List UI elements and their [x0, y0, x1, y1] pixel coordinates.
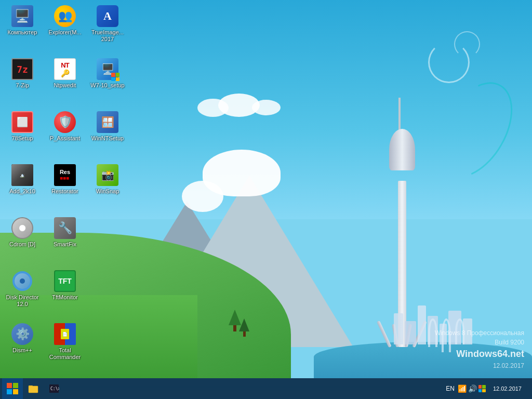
cloud — [197, 94, 281, 117]
icon-passist[interactable]: 🛡️ P_Assistant — [45, 109, 85, 161]
network-icon: 📶 — [458, 384, 467, 393]
icon-komputer-label: Компьютер — [8, 29, 37, 36]
watermark-date: 12.02.2017 — [435, 361, 524, 370]
icon-7zip[interactable]: 7z 7-Zip — [3, 56, 42, 108]
language-indicator: EN — [446, 385, 455, 392]
icon-passist-label: P_Assistant — [50, 135, 80, 142]
icon-tftmonitor[interactable]: TFT TftMonitor — [45, 268, 85, 320]
icon-78setup[interactable]: ⬜ 78Setup — [3, 109, 42, 161]
icon-cdrom-label: Cdrom [D] — [9, 241, 35, 248]
file-explorer-button[interactable] — [23, 378, 44, 399]
watermark: Windows 8 Профессиональная Build 9200 Wi… — [435, 328, 524, 370]
snow-cap-left — [182, 181, 223, 212]
icon-restorator[interactable]: Res■■■ Restorator — [45, 162, 85, 214]
svg-text:C:\>_: C:\>_ — [50, 387, 59, 391]
icon-komputer[interactable]: 🖥️ Компьютер — [3, 3, 42, 55]
empty-slot-2 — [88, 268, 127, 320]
cmd-icon: C:\>_ — [49, 383, 59, 394]
icon-ntpwedit-label: Ntpwedit — [54, 82, 76, 89]
icon-trueimage[interactable]: A TrueImage...2017 — [88, 3, 127, 55]
icon-7zip-label: 7-Zip — [16, 82, 29, 89]
icon-78setup-label: 78Setup — [12, 135, 33, 142]
icon-explorer[interactable]: 👥 Explorer(M... — [45, 3, 85, 55]
taskbar: C:\>_ EN 📶 🔊 — [0, 378, 532, 399]
icon-add2k10-label: Add_2k10 — [9, 188, 35, 195]
win-logo-blue — [7, 389, 12, 394]
folder-icon — [28, 383, 38, 394]
icon-w710setup-label: W7-10_setup — [90, 82, 124, 89]
system-tray: EN 📶 🔊 12.02.2017 — [442, 384, 530, 393]
language-text: EN — [446, 385, 455, 392]
icon-smartfix[interactable]: 🔧 SmartFix — [45, 215, 85, 267]
tree-group2 — [239, 318, 249, 337]
icon-smartfix-label: SmartFix — [54, 241, 76, 248]
watermark-build: Build 9200 — [435, 338, 524, 347]
desktop: 🖥️ Компьютер 👥 Explorer(M... A TrueImage… — [0, 0, 532, 399]
icon-tftmonitor-label: TftMonitor — [52, 294, 78, 301]
icon-totalcommander[interactable]: 📄 TotalCommander — [45, 321, 85, 373]
icon-dismpp[interactable]: ⚙️ Dism++ — [3, 321, 42, 373]
tray-system-icons: 📶 🔊 — [458, 384, 486, 393]
icon-winsnap-label: WinSnap — [96, 188, 119, 195]
action-center-icon[interactable] — [478, 385, 486, 392]
icon-restorator-label: Restorator — [51, 188, 78, 195]
win-logo-yellow — [13, 389, 18, 394]
icon-trueimage-label: TrueImage...2017 — [91, 29, 124, 43]
win-logo-green — [13, 383, 18, 388]
icon-add2k10[interactable]: 🏔️ Add_2k10 — [3, 162, 42, 214]
volume-icon: 🔊 — [468, 384, 477, 393]
icon-winsnap[interactable]: 📸 WinSnap — [88, 162, 127, 214]
icon-cdrom[interactable]: Cdrom [D] — [3, 215, 42, 267]
icon-winntsetup[interactable]: 🪟 WinNTSetup — [88, 109, 127, 161]
desktop-icons-grid: 🖥️ Компьютер 👥 Explorer(M... A TrueImage… — [0, 0, 140, 379]
empty-slot — [88, 215, 127, 267]
icon-dismpp-label: Dism++ — [12, 347, 32, 354]
win-logo-red — [7, 383, 12, 388]
watermark-site: Windows64.net — [435, 347, 524, 361]
watermark-os: Windows 8 Профессиональная — [435, 328, 524, 338]
icon-winntsetup-label: WinNTSetup — [91, 135, 124, 142]
taskbar-clock: 12.02.2017 — [489, 385, 526, 392]
start-button[interactable] — [2, 378, 23, 399]
svg-rect-1 — [29, 385, 33, 388]
icon-totalcommander-label: TotalCommander — [49, 347, 81, 361]
icon-explorer-label: Explorer(M... — [49, 29, 82, 36]
icon-diskdirector[interactable]: Disk Director12.0 — [3, 268, 42, 320]
icon-ntpwedit[interactable]: NT 🔑 Ntpwedit — [45, 56, 85, 108]
icon-w710setup[interactable]: 🖥️ W7-10_setup — [88, 56, 127, 108]
icon-diskdirector-label: Disk Director12.0 — [6, 294, 39, 308]
clock-date: 12.02.2017 — [493, 385, 522, 392]
swirl-2 — [454, 31, 480, 57]
windows-logo — [7, 383, 18, 394]
cmd-button[interactable]: C:\>_ — [44, 378, 64, 399]
